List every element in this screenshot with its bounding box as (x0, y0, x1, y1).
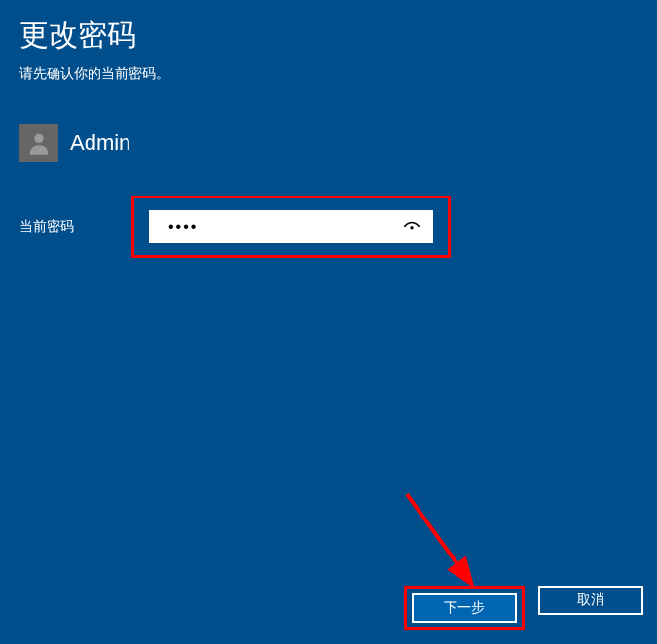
username-label: Admin (70, 130, 130, 156)
svg-point-0 (34, 134, 43, 143)
current-password-label: 当前密码 (19, 218, 131, 235)
password-input-wrap (149, 210, 433, 243)
avatar (19, 124, 58, 162)
svg-point-1 (410, 226, 413, 229)
next-button[interactable]: 下一步 (412, 593, 517, 623)
svg-line-3 (407, 494, 470, 582)
page-title: 更改密码 (19, 16, 638, 55)
annotation-arrow (397, 484, 494, 596)
user-icon (25, 129, 53, 157)
reveal-password-icon[interactable] (402, 217, 421, 236)
page-subtitle: 请先确认你的当前密码。 (19, 65, 638, 83)
current-password-input[interactable] (149, 210, 433, 243)
next-button-highlight: 下一步 (404, 586, 525, 630)
user-section: Admin (0, 124, 657, 162)
cancel-button[interactable]: 取消 (538, 586, 643, 615)
input-highlight-box (131, 196, 451, 258)
